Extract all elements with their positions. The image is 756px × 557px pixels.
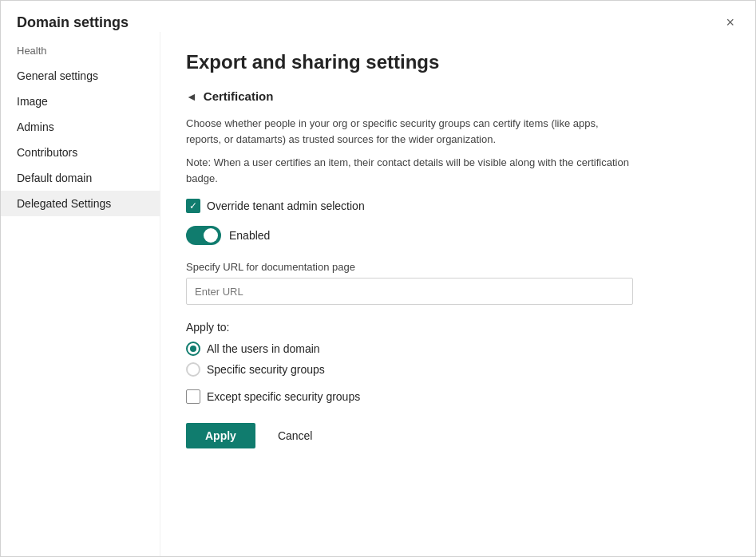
override-checkbox[interactable]: ✓	[186, 199, 200, 213]
sidebar: Health General settings Image Admins Con…	[1, 32, 160, 556]
except-label: Except specific security groups	[207, 390, 360, 403]
apply-to-label: Apply to:	[186, 321, 730, 334]
sidebar-item-image[interactable]: Image	[1, 89, 160, 114]
except-row: Except specific security groups	[186, 389, 730, 404]
button-row: Apply Cancel	[186, 423, 730, 448]
sidebar-item-admins[interactable]: Admins	[1, 114, 160, 140]
cancel-button[interactable]: Cancel	[265, 423, 326, 448]
collapse-icon: ◄	[186, 90, 197, 103]
toggle-track	[186, 226, 221, 245]
certification-title: Certification	[204, 89, 274, 103]
url-section: Specify URL for documentation page	[186, 261, 730, 305]
sidebar-item-default-domain[interactable]: Default domain	[1, 165, 160, 191]
except-checkbox[interactable]	[186, 389, 200, 404]
checkmark-icon: ✓	[189, 201, 197, 211]
dialog-title-group: Domain settings	[17, 14, 129, 32]
radio-all-users[interactable]: All the users in domain	[186, 342, 730, 356]
dialog-title: Domain settings	[17, 14, 129, 32]
sidebar-subtitle: Health	[1, 41, 160, 63]
certification-section-header[interactable]: ◄ Certification	[186, 89, 730, 103]
override-label: Override tenant admin selection	[207, 199, 365, 212]
certification-description-1: Choose whether people in your org or spe…	[186, 116, 633, 147]
enabled-toggle-row: Enabled	[186, 226, 730, 245]
radio-all-users-control[interactable]	[186, 342, 200, 356]
override-checkbox-row: ✓ Override tenant admin selection	[186, 199, 730, 213]
radio-specific-groups-control[interactable]	[186, 362, 200, 377]
url-section-label: Specify URL for documentation page	[186, 261, 730, 273]
main-content: Export and sharing settings ◄ Certificat…	[160, 32, 755, 556]
radio-specific-groups-label: Specific security groups	[207, 363, 325, 376]
enabled-label: Enabled	[229, 229, 270, 242]
domain-settings-dialog: Domain settings × Health General setting…	[0, 0, 756, 557]
dialog-body: Health General settings Image Admins Con…	[1, 32, 755, 556]
sidebar-item-contributors[interactable]: Contributors	[1, 140, 160, 165]
radio-all-users-label: All the users in domain	[207, 342, 320, 355]
toggle-thumb	[204, 228, 218, 243]
enabled-toggle[interactable]	[186, 226, 221, 245]
certification-description-2: Note: When a user certifies an item, the…	[186, 155, 633, 186]
url-input[interactable]	[186, 278, 633, 305]
apply-button[interactable]: Apply	[186, 423, 255, 448]
radio-group: All the users in domain Specific securit…	[186, 342, 730, 377]
close-button[interactable]: ×	[721, 14, 739, 31]
radio-specific-groups[interactable]: Specific security groups	[186, 362, 730, 377]
sidebar-item-general-settings[interactable]: General settings	[1, 63, 160, 89]
dialog-header: Domain settings ×	[1, 1, 755, 32]
page-title: Export and sharing settings	[186, 51, 730, 73]
sidebar-item-delegated-settings[interactable]: Delegated Settings	[1, 191, 160, 216]
